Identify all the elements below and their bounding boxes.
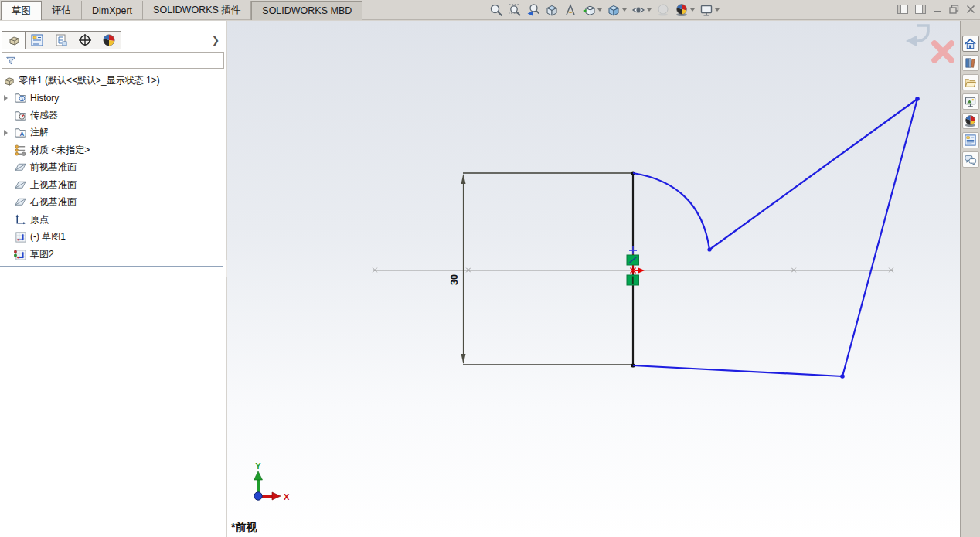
tree-item-origin[interactable]: 原点 [0,211,226,229]
tree-item-sketch2[interactable]: 草图2 [0,246,226,263]
heads-up-view-toolbar [489,0,720,20]
view-orientation-label: *前视 [231,521,257,535]
reference-triad: Y X [254,461,291,501]
annotations-folder-icon [14,126,27,139]
file-explorer-button[interactable] [962,74,979,90]
dimxpertmanager-tab[interactable] [73,31,97,49]
chevron-down-icon[interactable] [622,8,627,12]
part-icon [2,74,15,87]
tab-dimxpert[interactable]: DimXpert [82,1,143,20]
tree-item-label: 零件1 (默认<<默认>_显示状态 1>) [19,74,160,87]
configurationmanager-tab[interactable] [49,31,73,49]
tree-item-front-plane[interactable]: 前视基准面 [0,159,226,177]
sketch-icon [14,230,27,243]
apply-scene-button[interactable] [675,3,695,17]
custom-properties-button[interactable] [962,132,979,148]
previous-view-icon[interactable] [526,3,540,17]
tree-item-label: 上视基准面 [30,178,77,192]
command-manager-tab-bar: 草图 评估 DimXpert SOLIDWORKS 插件 SOLIDWORKS … [0,0,980,20]
tree-filter [2,52,224,69]
3d-drawing-view-icon[interactable] [563,3,577,17]
dimension-value: 30 [449,274,460,285]
tree-item-label: History [30,93,59,104]
view-palette-button[interactable] [962,93,979,110]
tab-solidworks-mbd[interactable]: SOLIDWORKS MBD [251,1,362,20]
panel-expand-chevron-icon[interactable]: ❯ [212,35,219,46]
history-folder-icon [14,91,27,104]
feature-tree: 零件1 (默认<<默认>_显示状态 1>) History 传感器 注解 材质 … [0,72,226,263]
panel-tab-strip: ❯ [2,31,226,49]
zoom-to-area-icon[interactable] [508,3,522,17]
sketch-origin[interactable] [627,246,645,285]
featuremanager-design-tree-tab[interactable] [2,31,26,49]
solidworks-forum-button[interactable] [962,151,979,168]
tree-item-sensors[interactable]: 传感器 [0,107,226,124]
tree-item-right-plane[interactable]: 右视基准面 [0,194,226,212]
solidworks-window: 草图 评估 DimXpert SOLIDWORKS 插件 SOLIDWORKS … [0,0,980,537]
plane-icon [14,178,27,192]
chevron-down-icon[interactable] [597,8,602,12]
expand-arrow-icon[interactable] [4,95,8,101]
triad-x-label: X [284,492,290,501]
tree-item-label: (-) 草图1 [30,230,66,243]
cancel-sketch-icon[interactable] [934,43,951,60]
constraint-badge-top[interactable] [627,255,639,265]
tree-item-label: 传感器 [30,109,58,122]
hide-show-items-button[interactable] [631,3,652,17]
display-style-button[interactable] [607,3,627,17]
exit-sketch-icon[interactable] [906,25,928,46]
chevron-down-icon[interactable] [715,8,720,12]
constraint-badge-bottom[interactable] [627,275,639,285]
filter-input[interactable] [17,53,220,67]
filter-funnel-icon [5,55,17,66]
feature-manager-panel: ❯ 零件1 (默认<<默认>_显示状态 1>) History 传感器 [0,21,226,537]
sketch-viewport[interactable]: 30 [227,21,960,537]
tree-item-top-plane[interactable]: 上视基准面 [0,176,226,194]
confirmation-corner [906,25,951,60]
collapse-panel-right-icon[interactable] [915,3,926,17]
tree-item-label: 材质 <未指定> [30,144,90,157]
tree-item-part1[interactable]: 零件1 (默认<<默认>_显示状态 1>) [0,72,226,90]
view-settings-button[interactable] [699,3,720,17]
section-view-icon[interactable] [545,3,559,17]
appearances-scenes-button[interactable] [962,113,979,129]
tree-item-label: 草图2 [30,248,54,261]
zoom-to-fit-icon[interactable] [489,3,503,17]
home-button[interactable] [962,36,979,52]
tree-item-material[interactable]: 材质 <未指定> [0,141,226,159]
material-icon [14,144,27,157]
chevron-down-icon[interactable] [690,8,695,12]
task-pane [960,21,980,537]
tab-solidworks-addins[interactable]: SOLIDWORKS 插件 [143,1,251,20]
triad-y-label: Y [255,461,261,471]
displaymanager-tab[interactable] [97,31,121,49]
expand-arrow-icon[interactable] [4,130,8,136]
sketch-active-icon [14,248,27,261]
tree-item-history[interactable]: History [0,90,226,107]
propertymanager-tab[interactable] [26,31,49,49]
sketch-blue-profile[interactable] [633,97,920,379]
tree-item-label: 前视基准面 [30,161,77,174]
tree-item-label: 原点 [30,213,49,226]
origin-icon [14,213,27,226]
edit-appearance-icon[interactable] [656,3,670,17]
restore-icon[interactable] [949,3,959,17]
command-tabs: 草图 评估 DimXpert SOLIDWORKS 插件 SOLIDWORKS … [1,0,362,20]
view-orientation-button[interactable] [582,3,602,17]
tab-evaluate[interactable]: 评估 [42,1,82,20]
chevron-down-icon[interactable] [647,8,652,12]
close-icon[interactable] [966,3,975,17]
graphics-area[interactable]: 30 [227,21,960,537]
tree-item-label: 右视基准面 [30,195,77,209]
window-controls [897,0,975,20]
tree-item-annotations[interactable]: 注解 [0,124,226,142]
plane-icon [14,195,27,209]
dimension-30[interactable]: 30 [449,173,633,365]
tree-item-sketch1[interactable]: (-) 草图1 [0,229,226,246]
design-library-button[interactable] [962,55,979,71]
rollback-bar[interactable] [0,266,223,267]
minimize-icon[interactable] [933,3,942,17]
collapse-panel-left-icon[interactable] [897,3,908,17]
tab-sketch[interactable]: 草图 [1,1,42,20]
sensors-folder-icon [14,109,27,122]
